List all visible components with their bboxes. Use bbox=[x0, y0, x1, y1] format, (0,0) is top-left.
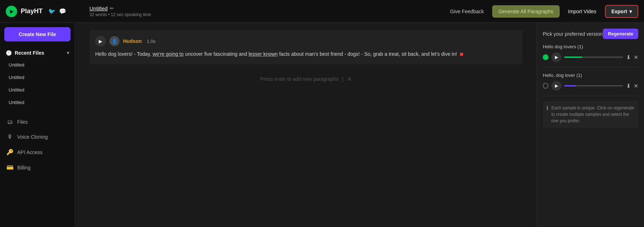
voice-cloning-icon: 🎙 bbox=[6, 134, 14, 140]
editor-pane[interactable]: ▶ 👤 Hudson 1.0x Hello dog lovers! - Toda… bbox=[75, 23, 537, 227]
social-icons: 🐦 💬 bbox=[48, 8, 66, 15]
version-2-label: Hello, dog lover (1) bbox=[543, 73, 638, 78]
recent-files-header[interactable]: 🕐 Recent Files ▾ bbox=[3, 47, 72, 59]
content-area: ▶ 👤 Hudson 1.0x Hello dog lovers! - Toda… bbox=[75, 23, 644, 227]
version-panel-header: Pick your preferred version Regenerate bbox=[543, 29, 638, 39]
billing-label: Billing bbox=[17, 165, 30, 171]
version-panel: Pick your preferred version Regenerate H… bbox=[537, 23, 644, 227]
sidebar-item-billing[interactable]: 💳 Billing bbox=[3, 160, 72, 175]
version-panel-title: Pick your preferred version bbox=[543, 31, 602, 37]
version-2-progress[interactable] bbox=[564, 85, 623, 87]
doc-title-row: Untitled ✏ bbox=[89, 5, 446, 11]
underline-text-2: lesser known bbox=[249, 51, 278, 57]
doc-title[interactable]: Untitled bbox=[89, 5, 108, 11]
sidebar-item-voice-cloning[interactable]: 🎙 Voice Cloning bbox=[3, 129, 72, 144]
voice-cloning-label: Voice Cloning bbox=[17, 134, 48, 140]
version-1-progress[interactable] bbox=[564, 56, 623, 58]
clock-icon: 🕐 bbox=[6, 50, 12, 56]
status-dot bbox=[460, 53, 463, 56]
play-button[interactable]: ▶ bbox=[95, 36, 106, 46]
feedback-button[interactable]: Give Feedback bbox=[446, 6, 488, 17]
generate-all-button[interactable]: Generate All Paragraphs bbox=[492, 5, 559, 18]
recent-files-list: Untitled Untitled Untitled Untitled bbox=[3, 59, 72, 109]
main-layout: Create New File 🕐 Recent Files ▾ Untitle… bbox=[0, 23, 644, 227]
regenerate-button[interactable]: Regenerate bbox=[603, 29, 638, 39]
info-text: Each sample is unique. Click on regenera… bbox=[551, 105, 635, 124]
create-new-file-button[interactable]: Create New File bbox=[4, 27, 70, 41]
sidebar-item-files[interactable]: 🗂 Files bbox=[3, 114, 72, 129]
version-1-label: Hello dog lovers (1) bbox=[543, 44, 638, 49]
export-label: Export bbox=[611, 9, 627, 14]
recent-files-section: 🕐 Recent Files ▾ Untitled Untitled Untit… bbox=[0, 47, 75, 109]
files-icon: 🗂 bbox=[6, 119, 14, 125]
recent-files-label: Recent Files bbox=[15, 50, 44, 56]
chevron-down-icon: ▾ bbox=[67, 50, 69, 55]
version-2-radio[interactable] bbox=[543, 83, 548, 89]
billing-icon: 💳 bbox=[6, 164, 14, 171]
version-info: ℹ Each sample is unique. Click on regene… bbox=[543, 101, 638, 128]
playht-logo-icon bbox=[6, 6, 17, 17]
paragraph-text[interactable]: Hello dog lovers! - Today, we're going t… bbox=[95, 50, 517, 59]
progress-fill bbox=[564, 56, 582, 58]
edit-icon[interactable]: ✏ bbox=[110, 6, 114, 11]
sidebar-nav: 🗂 Files 🎙 Voice Cloning 🔑 API Access 💳 B… bbox=[0, 114, 75, 175]
version-1-controls: ▶ ⬇ ✕ bbox=[543, 52, 638, 62]
version-2-controls: ▶ ⬇ ✕ bbox=[543, 81, 638, 91]
version-2-close-button[interactable]: ✕ bbox=[634, 83, 638, 89]
list-item[interactable]: Untitled bbox=[4, 84, 70, 96]
doc-meta: 32 words • 12 sec speaking time bbox=[89, 12, 446, 17]
list-item[interactable]: Untitled bbox=[4, 71, 70, 84]
editor-main: ▶ 👤 Hudson 1.0x Hello dog lovers! - Toda… bbox=[75, 23, 644, 227]
sidebar-item-api-access[interactable]: 🔑 API Access bbox=[3, 144, 72, 160]
list-item[interactable]: Untitled bbox=[4, 59, 70, 71]
header: PlayHT 🐦 💬 Untitled ✏ 32 words • 12 sec … bbox=[0, 0, 644, 23]
avatar: 👤 bbox=[109, 36, 119, 46]
list-item[interactable]: Untitled bbox=[4, 96, 70, 109]
voice-name[interactable]: Hudson bbox=[123, 38, 142, 44]
sidebar: Create New File 🕐 Recent Files ▾ Untitle… bbox=[0, 23, 75, 227]
paragraph-block: ▶ 👤 Hudson 1.0x Hello dog lovers! - Toda… bbox=[89, 30, 522, 64]
version-1-download-button[interactable]: ⬇ bbox=[626, 54, 631, 61]
add-paragraph-text: Press enter to add new paragraphs bbox=[260, 76, 338, 82]
import-video-button[interactable]: Import Video bbox=[564, 6, 601, 17]
version-1-play-button[interactable]: ▶ bbox=[551, 52, 561, 62]
twitter-icon[interactable]: 🐦 bbox=[48, 8, 55, 15]
version-item-2: Hello, dog lover (1) ▶ ⬇ ✕ bbox=[543, 73, 638, 96]
api-access-label: API Access bbox=[17, 149, 43, 155]
add-paragraph-hint: Press enter to add new paragraphs | ✕ bbox=[89, 69, 522, 90]
info-icon: ℹ bbox=[546, 105, 548, 111]
underline-text-1: we're going to bbox=[153, 51, 184, 57]
logo-text: PlayHT bbox=[21, 8, 43, 15]
header-center: Untitled ✏ 32 words • 12 sec speaking ti… bbox=[81, 5, 446, 17]
close-hint-icon[interactable]: ✕ bbox=[347, 76, 352, 83]
speed-badge: 1.0x bbox=[147, 39, 156, 44]
export-button[interactable]: Export ▾ bbox=[605, 5, 638, 18]
discord-icon[interactable]: 💬 bbox=[59, 8, 66, 15]
paragraph-header: ▶ 👤 Hudson 1.0x bbox=[95, 36, 517, 46]
files-label: Files bbox=[17, 119, 28, 125]
version-1-close-button[interactable]: ✕ bbox=[634, 54, 638, 61]
version-2-play-button[interactable]: ▶ bbox=[551, 81, 561, 91]
header-actions: Give Feedback Generate All Paragraphs Im… bbox=[446, 5, 638, 18]
logo-area: PlayHT 🐦 💬 bbox=[6, 6, 81, 17]
pipe-separator: | bbox=[342, 76, 343, 82]
version-1-radio[interactable] bbox=[543, 54, 548, 60]
progress-fill-2 bbox=[564, 85, 576, 87]
export-chevron-icon: ▾ bbox=[629, 9, 632, 14]
version-item-1: Hello dog lovers (1) ▶ ⬇ ✕ bbox=[543, 44, 638, 68]
version-2-download-button[interactable]: ⬇ bbox=[626, 83, 631, 89]
api-access-icon: 🔑 bbox=[6, 149, 14, 156]
